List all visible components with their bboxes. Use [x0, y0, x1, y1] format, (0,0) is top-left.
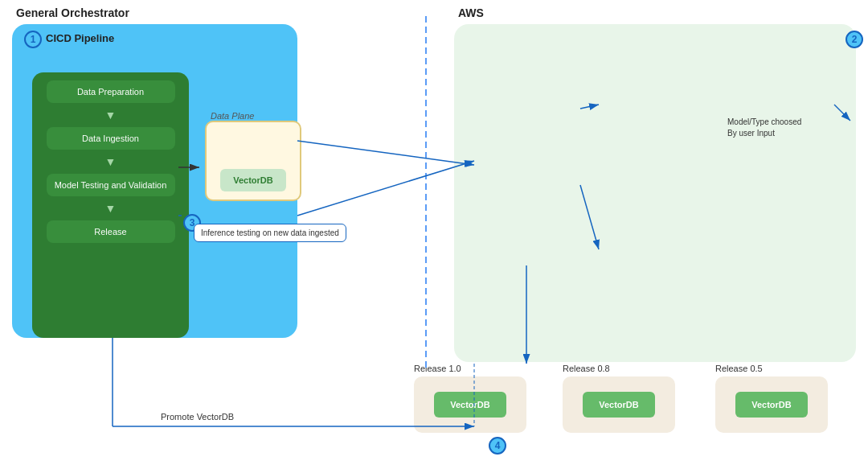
model-type-note: Model/Type choosed By user Input — [727, 117, 816, 139]
svg-line-20 — [297, 141, 474, 165]
badge-4: 4 — [489, 437, 506, 455]
release-2-group: Release 0.8 VectorDB — [563, 364, 675, 433]
step-model-testing: Model Testing and Validation — [47, 174, 175, 196]
data-plane-box: VectorDB — [205, 121, 301, 201]
release-1-group: Release 1.0 VectorDB — [414, 364, 526, 433]
release-3-box: VectorDB — [715, 376, 828, 433]
cicd-pipeline-box: Data Preparation ▼ Data Ingestion ▼ Mode… — [32, 72, 189, 338]
arrow-1: ▼ — [105, 109, 117, 121]
aws-section: 2 LLM-OPS Orchestrator AWS Bedrock — [454, 24, 856, 362]
cicd-pipeline-label: CICD Pipeline — [46, 32, 114, 44]
inference-tooltip: Inference testing on new data ingested — [194, 224, 346, 242]
promote-vectordb-label: Promote VectorDB — [161, 412, 234, 422]
vectordb-btn-1: VectorDB — [434, 392, 506, 418]
diagram-container: General Orchestrator AWS 1 CICD Pipeline… — [0, 0, 868, 469]
svg-line-19 — [297, 161, 474, 216]
vectordb-btn-2: VectorDB — [583, 392, 655, 418]
release-1-box: VectorDB — [414, 376, 526, 433]
step-data-preparation: Data Preparation — [47, 80, 175, 103]
release-2-box: VectorDB — [563, 376, 675, 433]
arrow-3: ▼ — [105, 203, 117, 214]
vectordb-btn-3: VectorDB — [735, 392, 808, 418]
aws-title: AWS — [458, 6, 484, 19]
data-plane-label: Data Plane — [211, 111, 254, 121]
step-release: Release — [47, 220, 175, 243]
badge-1: 1 — [24, 31, 42, 48]
release-3-title: Release 0.5 — [715, 364, 828, 373]
general-orchestrator-box: 1 CICD Pipeline Data Preparation ▼ Data … — [12, 24, 297, 338]
release-3-group: Release 0.5 VectorDB — [715, 364, 828, 433]
general-orchestrator-title: General Orchestrator — [16, 6, 129, 19]
arrow-2: ▼ — [105, 156, 117, 167]
release-2-title: Release 0.8 — [563, 364, 675, 373]
step-data-ingestion: Data Ingestion — [47, 127, 175, 150]
vectordb-inner-left: VectorDB — [220, 169, 286, 191]
release-1-title: Release 1.0 — [414, 364, 526, 373]
badge-2-aws: 2 — [845, 31, 863, 48]
